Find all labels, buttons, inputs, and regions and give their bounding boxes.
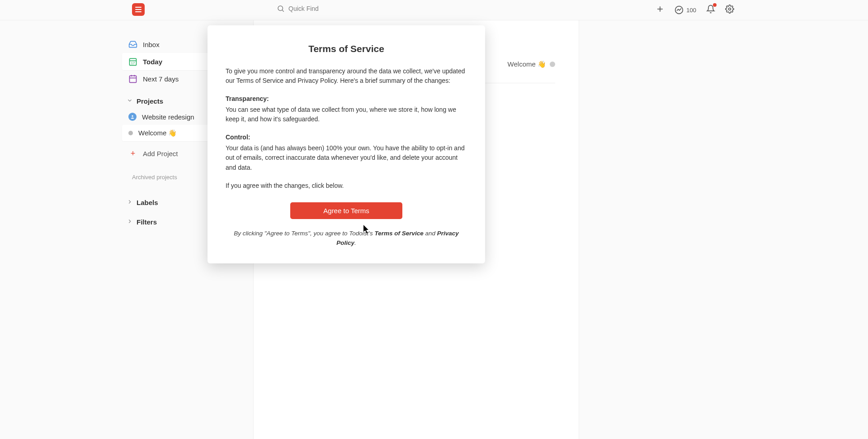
modal-intro: To give you more control and transparenc… — [226, 67, 467, 86]
terms-modal: Terms of Service To give you more contro… — [208, 25, 485, 263]
footnote-pre: By clicking "Agree to Terms", you agree … — [234, 230, 374, 237]
modal-title: Terms of Service — [226, 42, 467, 57]
modal-closing: If you agree with the changes, click bel… — [226, 181, 467, 191]
footnote-suffix: . — [354, 239, 356, 246]
terms-of-service-link[interactable]: Terms of Service — [374, 230, 423, 237]
transparency-title: Transparency: — [226, 94, 467, 104]
footnote-and: and — [424, 230, 437, 237]
modal-footnote: By clicking "Agree to Terms", you agree … — [226, 229, 467, 248]
control-title: Control: — [226, 133, 467, 143]
transparency-body: You can see what type of data we collect… — [226, 105, 467, 124]
control-body: Your data is (and has always been) 100% … — [226, 143, 467, 173]
agree-to-terms-button[interactable]: Agree to Terms — [290, 202, 402, 219]
